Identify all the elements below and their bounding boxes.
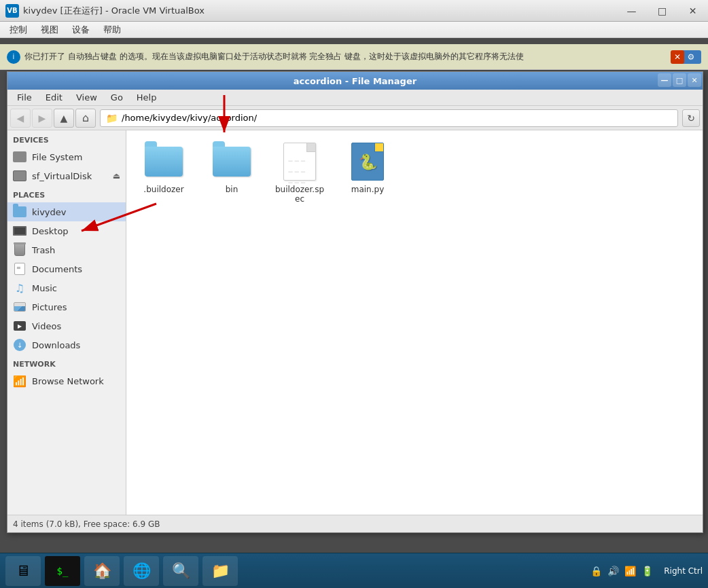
taskbar-right-ctrl: Right Ctrl <box>664 566 703 576</box>
address-icon: 📁 <box>106 113 118 124</box>
tray-icon-1[interactable]: 🔒 <box>590 566 602 576</box>
sidebar-item-trash-label: Trash <box>32 245 55 255</box>
sidebar-item-videos[interactable]: Videos <box>7 316 126 335</box>
fm-menu-edit[interactable]: Edit <box>39 91 69 104</box>
address-text: /home/kivydev/kivy/accordion/ <box>122 113 257 123</box>
pictures-icon <box>13 300 26 314</box>
fm-sidebar: DEVICES File System sf_VirtualDisk ⏏ PLA… <box>7 130 126 515</box>
fm-menu-help[interactable]: Help <box>130 91 164 104</box>
sidebar-item-kivydev-label: kivydev <box>32 207 66 217</box>
terminal-icon: $_ <box>57 566 69 576</box>
sidebar-item-downloads[interactable]: ↓ Downloads <box>7 335 126 354</box>
tray-icon-3[interactable]: 📶 <box>624 566 636 576</box>
vbox-close-button[interactable]: ✕ <box>677 0 708 22</box>
fm-menu-go[interactable]: Go <box>104 91 130 104</box>
vbox-menu-help[interactable]: 帮助 <box>96 22 128 37</box>
sidebar-item-downloads-label: Downloads <box>32 340 80 350</box>
buildozer-folder-label: .buildozer <box>143 185 183 194</box>
network-section-header: NETWORK <box>7 354 126 371</box>
devices-section-header: DEVICES <box>7 130 126 147</box>
home-icon: 🏠 <box>93 562 111 579</box>
sidebar-item-virtualdisk[interactable]: sf_VirtualDisk ⏏ <box>7 166 126 185</box>
taskbar-terminal[interactable]: $_ <box>45 556 80 586</box>
fm-content-area: DEVICES File System sf_VirtualDisk ⏏ PLA… <box>7 130 703 515</box>
sidebar-item-videos-label: Videos <box>32 321 61 331</box>
buildozer-spec-icon <box>279 141 320 182</box>
fm-statusbar: 4 items (7.0 kB), Free space: 6.9 GB <box>7 515 703 532</box>
vbox-menu-control[interactable]: 控制 <box>3 22 34 37</box>
eject-button[interactable]: ⏏ <box>113 171 120 181</box>
taskbar-files[interactable]: 📁 <box>202 556 238 586</box>
vbox-window-title: kivydev [正在运行] - Oracle VM VirtualBox <box>23 5 205 17</box>
file-manager-window: accordion - File Manager — □ ✕ File Edit… <box>7 71 703 533</box>
vbox-minimize-button[interactable]: — <box>616 0 647 22</box>
refresh-button[interactable]: ↻ <box>682 109 700 127</box>
sidebar-item-kivydev[interactable]: kivydev <box>7 202 126 221</box>
notification-icon: i <box>7 50 20 64</box>
vbox-menubar: 控制 视图 设备 帮助 <box>0 22 708 38</box>
file-item-main-py[interactable]: 🐍 main.py <box>337 137 398 208</box>
sidebar-item-music[interactable]: ♫ Music <box>7 278 126 297</box>
vbox-window-controls: — □ ✕ <box>616 0 708 22</box>
taskbar-home[interactable]: 🏠 <box>84 556 120 586</box>
vbox-menu-view[interactable]: 视图 <box>34 22 65 37</box>
fm-toolbar: ◀ ▶ ▲ ⌂ 📁 /home/kivydev/kivy/accordion/ … <box>7 106 703 130</box>
sidebar-item-virtualdisk-label: sf_VirtualDisk <box>32 171 92 181</box>
trash-icon <box>13 243 26 257</box>
taskbar-search[interactable]: 🔍 <box>163 556 198 586</box>
fm-title-controls: — □ ✕ <box>658 73 701 87</box>
tray-icon-4[interactable]: 🔋 <box>641 566 653 576</box>
up-button[interactable]: ▲ <box>54 109 74 128</box>
notification-text: 你已打开了 自动独占键盘 的选项。现在当该虚拟电脑窗口处于活动状态时就将 完全独… <box>24 51 678 62</box>
sidebar-item-pictures[interactable]: Pictures <box>7 297 126 316</box>
file-item-buildozer-folder[interactable]: .buildozer <box>133 137 194 208</box>
fm-close-button[interactable]: ✕ <box>688 73 701 87</box>
sidebar-item-network-label: Browse Network <box>32 376 104 386</box>
home-button[interactable]: ⌂ <box>75 109 96 128</box>
sidebar-item-desktop[interactable]: Desktop <box>7 221 126 240</box>
fm-minimize-button[interactable]: — <box>658 73 671 87</box>
sidebar-item-pictures-label: Pictures <box>32 302 67 312</box>
sidebar-item-filesystem[interactable]: File System <box>7 147 126 166</box>
desktop-icon <box>13 224 26 238</box>
fm-menubar: File Edit View Go Help <box>7 90 703 106</box>
videos-icon <box>13 319 26 333</box>
vbox-notification-bar: i 你已打开了 自动独占键盘 的选项。现在当该虚拟电脑窗口处于活动状态时就将 完… <box>0 44 708 70</box>
files-icon: 📁 <box>211 562 230 579</box>
bin-folder-label: bin <box>226 185 238 194</box>
taskbar-browser[interactable]: 🌐 <box>124 556 159 586</box>
sidebar-item-network[interactable]: 📶 Browse Network <box>7 371 126 390</box>
vbox-titlebar: VB kivydev [正在运行] - Oracle VM VirtualBox… <box>0 0 708 22</box>
main-py-icon: 🐍 <box>347 141 388 182</box>
buildozer-spec-label: buildozer.spec <box>273 185 326 204</box>
fm-titlebar: accordion - File Manager — □ ✕ <box>7 72 703 90</box>
tray-icon-2[interactable]: 🔊 <box>607 566 619 576</box>
taskbar: 🖥 $_ 🏠 🌐 🔍 📁 🔒 🔊 📶 🔋 Right Ctrl <box>0 553 708 588</box>
file-item-bin-folder[interactable]: bin <box>201 137 262 208</box>
fm-menu-view[interactable]: View <box>69 91 104 104</box>
sidebar-item-documents[interactable]: Documents <box>7 259 126 278</box>
sidebar-item-filesystem-label: File System <box>32 152 82 162</box>
downloads-icon: ↓ <box>13 338 26 352</box>
fm-maximize-button[interactable]: □ <box>673 73 686 87</box>
address-bar[interactable]: 📁 /home/kivydev/kivy/accordion/ <box>100 109 678 127</box>
main-py-label: main.py <box>351 185 385 194</box>
virtualdisk-icon <box>13 169 26 183</box>
vbox-menu-devices[interactable]: 设备 <box>65 22 96 37</box>
search-icon: 🔍 <box>172 562 190 579</box>
network-icon: 📶 <box>13 374 26 388</box>
browser-icon: 🌐 <box>132 562 151 579</box>
places-section-header: PLACES <box>7 185 126 202</box>
taskbar-monitor[interactable]: 🖥 <box>5 556 41 586</box>
file-item-buildozer-spec[interactable]: buildozer.spec <box>269 137 330 208</box>
vbox-maximize-button[interactable]: □ <box>647 0 677 22</box>
music-icon: ♫ <box>13 281 26 295</box>
fm-menu-file[interactable]: File <box>10 91 39 104</box>
sidebar-item-trash[interactable]: Trash <box>7 240 126 259</box>
vbox-icon: VB <box>5 4 19 18</box>
notification-close-button[interactable]: ✕ <box>671 50 684 64</box>
documents-icon <box>13 262 26 276</box>
sidebar-item-documents-label: Documents <box>32 264 82 274</box>
back-button[interactable]: ◀ <box>10 109 31 128</box>
forward-button[interactable]: ▶ <box>32 109 52 128</box>
